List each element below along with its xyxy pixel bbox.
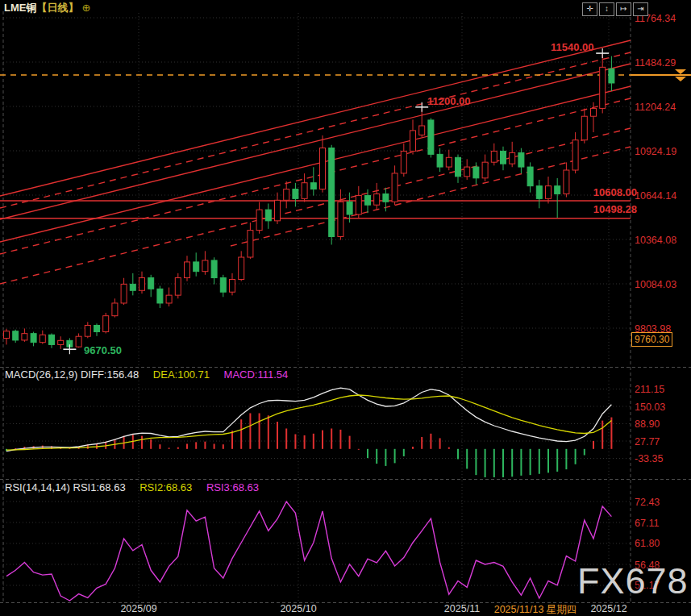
month-label: 2025/10 [280, 603, 316, 614]
macd-indicator-header: MACD(26,12,9) DIFF:156.48 DEA:100.71 MAC… [5, 368, 288, 381]
svg-text:10364.08: 10364.08 [635, 235, 676, 246]
rsi-panel [6, 502, 611, 601]
pan-right-icon[interactable]: ⇥ [633, 2, 648, 16]
svg-text:10084.03: 10084.03 [635, 279, 676, 290]
svg-text:27.77: 27.77 [635, 436, 660, 447]
price-alert-line [0, 69, 691, 81]
rsi-indicator-header: RSI(14,14,14) RSI1:68.63 RSI2:68.63 RSI3… [5, 481, 259, 493]
macd-panel [6, 388, 612, 477]
svg-text:10924.19: 10924.19 [635, 146, 676, 157]
resistance-line-label: 10608.00 [572, 186, 637, 198]
play-forward-icon[interactable]: ↦ [616, 2, 631, 16]
chart-canvas[interactable]: 11764.3411484.2911204.2410924.1910644.14… [0, 0, 691, 616]
selected-date-label: 2025/11/13 星期四 [494, 603, 577, 616]
svg-text:-33.35: -33.35 [635, 453, 663, 464]
watermark: FX678 [577, 560, 689, 602]
svg-text:67.11: 67.11 [635, 518, 659, 529]
symbol-name: LME铜 [4, 2, 36, 14]
month-label: 2025/11 [444, 603, 480, 614]
rsi-params-label: RSI(14,14,14) RSI1:68.63 [5, 481, 126, 493]
svg-text:211.15: 211.15 [635, 384, 664, 395]
zoom-vertical-icon[interactable]: ↕ [599, 2, 614, 16]
time-axis[interactable]: 2025/092025/102025/112025/11/13 星期四2025/… [0, 602, 691, 616]
rsi3-label: RSI3:68.63 [206, 481, 259, 493]
svg-text:61.80: 61.80 [635, 538, 660, 549]
svg-text:10644.14: 10644.14 [635, 190, 676, 202]
svg-text:150.03: 150.03 [635, 402, 665, 413]
svg-text:72.43: 72.43 [635, 497, 660, 508]
add-indicator-icon[interactable]: ⊕ [81, 2, 90, 14]
price-annotation-low: 9670.50 [84, 344, 122, 356]
period-label: 【日线】 [36, 2, 78, 14]
svg-text:11484.29: 11484.29 [635, 57, 676, 69]
macd-params-label: MACD(26,12,9) DIFF:156.48 [5, 368, 139, 381]
chart-title: LME铜【日线】⊕ [4, 1, 90, 15]
macd-macd-label: MACD:111.54 [224, 368, 289, 381]
rsi2-label: RSI2:68.63 [139, 481, 192, 493]
month-label: 2025/12 [590, 603, 626, 614]
current-price-tag: 9760.30 [631, 332, 672, 347]
price-annotation-high: 11540.00 [551, 41, 594, 53]
chart-toolbar: ✛ ↕ ↦ ⇥ [582, 2, 648, 16]
support-line-label: 10498.28 [572, 203, 637, 215]
month-label: 2025/09 [120, 603, 156, 614]
svg-text:11204.24: 11204.24 [635, 102, 676, 113]
price-axis-labels: 11764.3411484.2911204.2410924.1910644.14… [635, 13, 676, 592]
crosshair-tool-icon[interactable]: ✛ [582, 2, 597, 16]
trendline-drawings [0, 40, 631, 284]
trading-app-window: 11764.3411484.2911204.2410924.1910644.14… [0, 0, 691, 616]
gridlines [3, 13, 631, 601]
horizontal-price-lines [0, 201, 631, 219]
price-annotation-mid: 11200.00 [427, 95, 471, 107]
panel-separators [0, 11, 691, 603]
svg-text:88.90: 88.90 [635, 418, 660, 430]
macd-dea-label: DEA:100.71 [153, 368, 210, 381]
